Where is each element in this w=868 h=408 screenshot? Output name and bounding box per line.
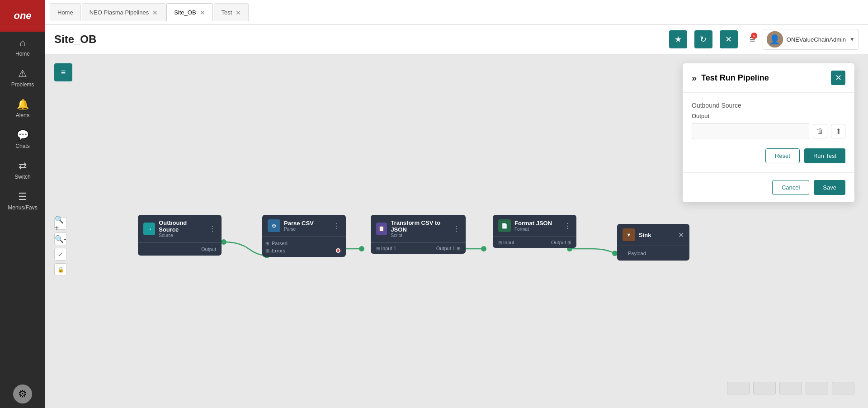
sidebar-item-menus[interactable]: ☰ Menus/Favs bbox=[0, 185, 45, 216]
format-ports: ⊞ Input Output ⊞ bbox=[493, 237, 576, 248]
sidebar-item-alerts[interactable]: 🔔 Alerts bbox=[0, 93, 45, 124]
transform-icon: 📋 bbox=[376, 223, 387, 235]
username-label: ONEValueChainAdmin bbox=[787, 36, 846, 43]
tab-site-ob-label: Site_OB bbox=[174, 9, 196, 16]
upload-icon: ⬆ bbox=[835, 127, 841, 136]
pipeline-canvas-area: ≡ 🔍+ 🔍- ⤢ 🔒 bbox=[45, 54, 868, 408]
panel-action-row: Reset Run Test bbox=[692, 148, 845, 163]
svg-point-0 bbox=[221, 239, 226, 245]
node-outbound-source: → Outbound Source Source ⋮ Output bbox=[138, 215, 222, 256]
dropdown-icon: ▼ bbox=[849, 36, 855, 43]
chats-icon: 💬 bbox=[17, 129, 29, 141]
tabs-bar: Home NEO Plasma Pipelines ✕ Site_OB ✕ Te… bbox=[45, 0, 868, 25]
zoom-in-icon: 🔍+ bbox=[55, 215, 66, 232]
mini-card-1 bbox=[727, 382, 750, 394]
node-sink: ▼ Sink ✕ Payload bbox=[617, 224, 689, 261]
tab-test-close[interactable]: ✕ bbox=[236, 9, 241, 16]
zoom-out-button[interactable]: 🔍- bbox=[54, 232, 67, 245]
sink-ports: Payload bbox=[617, 246, 689, 261]
transform-subtitle: Script bbox=[391, 233, 449, 238]
sidebar-item-switch[interactable]: ⇄ Switch bbox=[0, 155, 45, 185]
sidebar-label-home: Home bbox=[15, 51, 30, 57]
format-subtitle: Format bbox=[514, 227, 552, 232]
run-test-button[interactable]: Run Test bbox=[804, 148, 845, 163]
outbound-source-menu[interactable]: ⋮ bbox=[209, 224, 216, 233]
user-avatar: 👤 bbox=[767, 31, 783, 47]
refresh-icon: ↻ bbox=[700, 34, 707, 44]
delete-button[interactable]: 🗑 bbox=[813, 124, 827, 138]
star-button[interactable]: ★ bbox=[669, 30, 687, 48]
zoom-out-icon: 🔍- bbox=[55, 235, 66, 243]
close-icon: ✕ bbox=[725, 34, 732, 44]
tab-site-ob[interactable]: Site_OB ✕ bbox=[166, 3, 212, 21]
zoom-in-button[interactable]: 🔍+ bbox=[54, 217, 67, 230]
node-parse-csv: ⊕ Parse CSV Parse ⋮ ⊞ Parsed ⊞ Errors bbox=[262, 215, 346, 257]
avatar-icon: 👤 bbox=[767, 31, 783, 47]
close-button[interactable]: ✕ bbox=[720, 30, 738, 48]
save-button[interactable]: Save bbox=[814, 180, 845, 195]
format-title: Format JSON bbox=[514, 220, 552, 227]
parse-csv-titles: Parse CSV Parse bbox=[284, 220, 314, 232]
format-output-port: Output ⊞ bbox=[551, 240, 571, 245]
menu-button[interactable]: ≡ 1 bbox=[750, 33, 755, 45]
parse-csv-errors-port: ⊞ Errors bbox=[265, 247, 340, 254]
outbound-source-title: Outbound Source bbox=[159, 219, 205, 233]
sidebar-label-alerts: Alerts bbox=[16, 112, 30, 119]
tab-home[interactable]: Home bbox=[50, 3, 81, 21]
pipeline-list-button[interactable]: ≡ bbox=[54, 63, 72, 81]
home-icon: ⌂ bbox=[19, 37, 25, 49]
lock-button[interactable]: 🔒 bbox=[54, 263, 67, 276]
node-sink-header: ▼ Sink ✕ bbox=[617, 224, 689, 246]
parse-csv-menu[interactable]: ⋮ bbox=[333, 222, 340, 230]
upload-button[interactable]: ⬆ bbox=[831, 124, 845, 138]
transform-menu[interactable]: ⋮ bbox=[453, 224, 460, 233]
reset-button[interactable]: Reset bbox=[765, 148, 800, 163]
parse-csv-icon: ⊕ bbox=[268, 219, 280, 232]
panel-header: » Test Run Pipeline ✕ bbox=[683, 63, 854, 93]
tab-neo[interactable]: NEO Plasma Pipelines ✕ bbox=[82, 3, 166, 21]
sidebar: one ⌂ Home ⚠ Problems 🔔 Alerts 💬 Chats ⇄… bbox=[0, 0, 45, 408]
refresh-button[interactable]: ↻ bbox=[694, 30, 712, 48]
list-icon: ≡ bbox=[61, 68, 66, 77]
panel-collapse-button[interactable]: » bbox=[692, 73, 697, 83]
transform-title: Transform CSV to JSON bbox=[391, 219, 449, 233]
svg-point-3 bbox=[359, 246, 364, 251]
sidebar-item-home[interactable]: ⌂ Home bbox=[0, 32, 45, 62]
problems-icon: ⚠ bbox=[18, 68, 27, 80]
fit-button[interactable]: ⤢ bbox=[54, 248, 67, 261]
mini-card-4 bbox=[806, 382, 828, 394]
parse-csv-subtitle: Parse bbox=[284, 227, 314, 232]
outbound-source-ports: Output bbox=[138, 243, 222, 256]
sidebar-label-menus: Menus/Favs bbox=[8, 204, 37, 211]
format-icon: 📄 bbox=[498, 219, 511, 232]
mini-cards bbox=[727, 382, 854, 394]
tab-site-ob-close[interactable]: ✕ bbox=[200, 9, 205, 16]
sidebar-item-chats[interactable]: 💬 Chats bbox=[0, 124, 45, 155]
test-run-panel: » Test Run Pipeline ✕ Outbound Source Ou… bbox=[683, 63, 854, 202]
node-format-header: 📄 Format JSON Format ⋮ bbox=[493, 215, 576, 237]
app-logo[interactable]: one bbox=[0, 0, 45, 32]
tab-neo-close[interactable]: ✕ bbox=[152, 9, 158, 16]
parse-csv-title: Parse CSV bbox=[284, 220, 314, 227]
sink-menu[interactable]: ✕ bbox=[678, 231, 684, 239]
output-input[interactable] bbox=[692, 123, 809, 139]
sink-payload-port: Payload bbox=[623, 249, 684, 258]
sink-title: Sink bbox=[639, 232, 651, 238]
cancel-button[interactable]: Cancel bbox=[772, 180, 809, 195]
sidebar-user-avatar[interactable]: ⚙ bbox=[13, 384, 32, 403]
node-transform-csv: 📋 Transform CSV to JSON Script ⋮ ⊞ Input… bbox=[371, 215, 466, 254]
mini-card-5 bbox=[832, 382, 854, 394]
panel-subsection-title: Output bbox=[692, 113, 845, 119]
sidebar-bottom: ⚙ bbox=[13, 384, 32, 403]
format-menu[interactable]: ⋮ bbox=[564, 222, 571, 230]
lock-icon: 🔒 bbox=[57, 266, 64, 273]
sidebar-label-switch: Switch bbox=[14, 174, 30, 180]
sidebar-item-problems[interactable]: ⚠ Problems bbox=[0, 62, 45, 93]
transform-titles: Transform CSV to JSON Script bbox=[391, 219, 449, 238]
user-menu[interactable]: 👤 ONEValueChainAdmin ▼ bbox=[763, 29, 859, 50]
mini-card-2 bbox=[753, 382, 776, 394]
tab-test[interactable]: Test ✕ bbox=[214, 3, 249, 21]
output-label: Output bbox=[201, 247, 216, 252]
outbound-source-icon: → bbox=[143, 223, 155, 235]
panel-close-button[interactable]: ✕ bbox=[831, 71, 845, 85]
